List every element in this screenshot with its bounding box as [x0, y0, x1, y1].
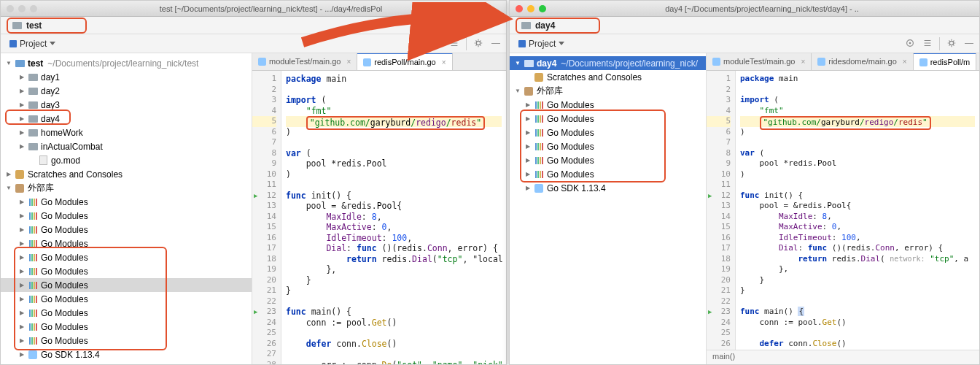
chevron-down-icon	[559, 42, 564, 45]
project-toolbar: Project —	[1, 34, 506, 53]
breadcrumb-bar: test	[1, 17, 506, 34]
svg-point-1	[436, 42, 438, 44]
window-title: day4 [~/Documents/project/learning_nick/…	[551, 4, 973, 13]
breadcrumb-root[interactable]: test	[26, 20, 42, 31]
locate-icon[interactable]	[431, 37, 443, 49]
svg-point-4	[909, 42, 911, 44]
editor-tabs: moduleTest/main.go× redisPoll/main.go×	[252, 53, 506, 71]
tree-item[interactable]: Go Modules	[510, 153, 706, 167]
svg-point-5	[949, 41, 953, 45]
project-icon	[518, 40, 526, 47]
window-titlebar: day4 [~/Documents/project/learning_nick/…	[510, 1, 979, 17]
tree-item[interactable]: Go Modules	[510, 167, 706, 181]
tree-item[interactable]: Go Modules	[1, 306, 252, 320]
tree-item[interactable]: Go Modules	[1, 320, 252, 334]
close-icon[interactable]: ×	[801, 58, 805, 66]
hide-icon[interactable]: —	[490, 37, 502, 49]
code-editor[interactable]: package mainimport ( "fmt" "github.com/g…	[736, 71, 979, 350]
collapse-icon[interactable]	[448, 37, 460, 49]
go-file-icon	[363, 58, 371, 66]
tree-item[interactable]: Go Modules	[1, 292, 252, 306]
tab-ridesdome[interactable]: ridesdome/main.go×	[812, 53, 913, 70]
tree-item[interactable]: Go Modules	[1, 278, 252, 292]
go-file-icon	[712, 58, 720, 66]
tree-item[interactable]: Go Modules	[510, 139, 706, 153]
hide-icon[interactable]: —	[963, 37, 975, 49]
tab-redispoll[interactable]: redisPoll/main.go×	[357, 53, 452, 70]
breadcrumb-root[interactable]: day4	[535, 20, 555, 31]
go-file-icon	[919, 58, 928, 66]
tree-item[interactable]: Go Modules	[1, 264, 252, 278]
close-window[interactable]	[516, 5, 523, 12]
line-gutter[interactable]: 1234567891011▶1213141516171819202122▶232…	[252, 71, 281, 364]
tab-moduletest[interactable]: moduleTest/main.go×	[252, 53, 357, 70]
tree-item[interactable]: Go Modules	[1, 250, 252, 264]
code-breadcrumb[interactable]: main()	[707, 350, 979, 364]
tree-item[interactable]: Go Modules	[1, 334, 252, 347]
tree-item[interactable]: Go Modules	[1, 209, 252, 223]
tree-item[interactable]: Go Modules	[1, 237, 252, 250]
breadcrumb-bar: day4	[510, 17, 979, 34]
maximize-window[interactable]	[539, 5, 546, 12]
project-toolbar: Project —	[510, 34, 979, 53]
tree-item[interactable]: Go Modules	[1, 223, 252, 237]
window-title: test [~/Documents/project/learning_nick/…	[42, 4, 500, 13]
folder-icon	[521, 22, 531, 29]
code-editor[interactable]: package mainimport ( "fmt" "github.com/g…	[281, 71, 506, 364]
line-gutter[interactable]: 1234567891011▶1213141516171819202122▶232…	[707, 71, 736, 350]
chevron-down-icon	[50, 42, 55, 45]
tab-redispoll[interactable]: redisPoll/m	[914, 53, 976, 70]
editor-tabs: moduleTest/main.go× ridesdome/main.go× r…	[707, 53, 979, 71]
project-dropdown[interactable]: Project	[514, 37, 569, 50]
close-icon[interactable]: ×	[346, 58, 351, 66]
tree-item[interactable]: Go Modules	[510, 126, 706, 139]
minimize-window[interactable]	[527, 5, 534, 12]
close-icon[interactable]: ×	[442, 58, 446, 66]
folder-icon	[12, 22, 22, 29]
tab-moduletest[interactable]: moduleTest/main.go×	[707, 53, 812, 70]
window-titlebar: test [~/Documents/project/learning_nick/…	[1, 1, 506, 17]
maximize-window[interactable]	[30, 5, 37, 12]
gear-icon[interactable]	[946, 37, 957, 49]
gear-icon[interactable]	[472, 37, 484, 49]
project-tree[interactable]: day4~/Documents/project/learning_nick/ S…	[510, 53, 707, 364]
svg-point-2	[476, 41, 480, 45]
project-tree[interactable]: test~/Documents/project/learning_nick/te…	[1, 53, 252, 364]
tree-item[interactable]: Go Modules	[510, 112, 706, 126]
close-window[interactable]	[7, 5, 14, 12]
locate-icon[interactable]	[904, 37, 916, 49]
project-dropdown[interactable]: Project	[5, 37, 60, 50]
project-icon	[9, 40, 17, 47]
minimize-window[interactable]	[18, 5, 26, 12]
tree-item[interactable]: Go Modules	[510, 98, 706, 112]
go-file-icon	[258, 58, 266, 66]
close-icon[interactable]: ×	[903, 58, 907, 66]
collapse-icon[interactable]	[922, 37, 933, 49]
go-file-icon	[817, 58, 825, 66]
tree-item[interactable]: Go Modules	[1, 195, 252, 209]
